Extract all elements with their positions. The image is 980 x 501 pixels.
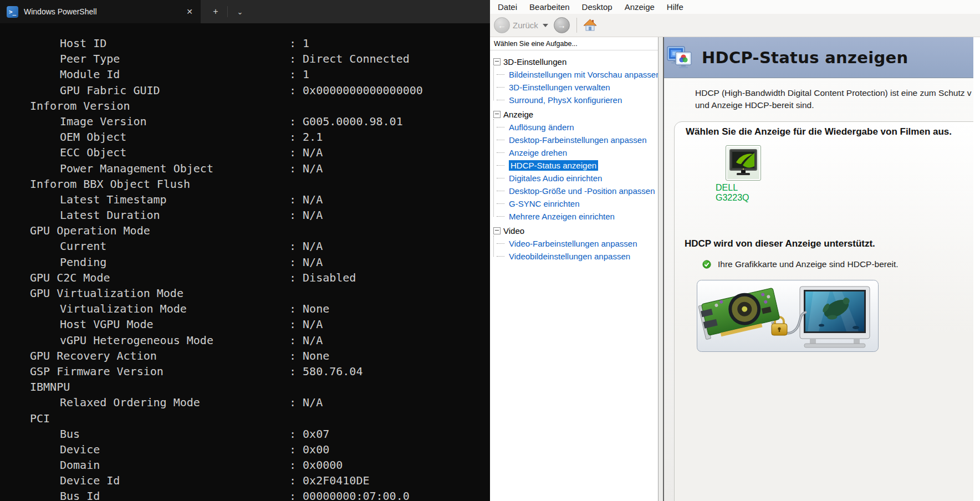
terminal-line: vGPU Heterogeneous Mode: N/A	[0, 334, 490, 349]
tree-item: Digitales Audio einrichten	[497, 172, 658, 185]
collapse-icon[interactable]	[493, 111, 501, 118]
back-history-dropdown-icon[interactable]	[543, 24, 548, 27]
window-edge-strip	[973, 37, 980, 501]
sidebar-item-bildeinstellungen-mit-vorschau-anpassen[interactable]: Bildeinstellungen mit Vorschau anpassen	[509, 70, 659, 79]
tree-root-label: Anzeige	[503, 110, 533, 119]
select-display-heading: Wählen Sie die Anzeige für die Wiedergab…	[686, 126, 952, 137]
home-button[interactable]	[583, 18, 598, 32]
tree-item: Surround, PhysX konfigurieren	[497, 94, 658, 106]
sidebar-item-surround-physx-konfigurieren[interactable]: Surround, PhysX konfigurieren	[509, 95, 622, 105]
toolbar: ← Zurück →	[490, 14, 980, 37]
sidebar-item-videobildeinstellungen-anpassen[interactable]: Videobildeinstellungen anpassen	[509, 252, 630, 261]
status-row: Ihre Grafikkarte und Anzeige sind HDCP-b…	[702, 259, 899, 269]
tree-group-3d-einstellungen: 3D-EinstellungenBildeinstellungen mit Vo…	[493, 55, 658, 106]
terminal-line: Host ID: 1	[0, 37, 490, 52]
terminal-window: >_ Windows PowerShell ✕ + ⌄ Host ID: 1Pe…	[0, 0, 490, 501]
sidebar-item-desktop-farbeinstellungen-anpassen[interactable]: Desktop-Farbeinstellungen anpassen	[509, 135, 647, 145]
tree-item: Auflösung ändern	[497, 121, 658, 134]
panel-splitter[interactable]	[659, 37, 663, 501]
tree-item: Desktop-Farbeinstellungen anpassen	[497, 134, 658, 146]
collapse-icon[interactable]	[493, 227, 501, 234]
description-line: HDCP (High-Bandwidth Digital Content Pro…	[695, 87, 973, 99]
monitor-nvidia-icon	[728, 148, 758, 178]
terminal-line: OEM Object: 2.1	[0, 130, 490, 146]
menu-desktop[interactable]: Desktop	[576, 2, 619, 12]
tree-root-label: 3D-Einstellungen	[503, 57, 566, 67]
sidebar-item-g-sync-einrichten[interactable]: G-SYNC einrichten	[509, 199, 580, 208]
forward-button[interactable]: →	[554, 17, 570, 33]
sidebar-item-hdcp-status-anzeigen[interactable]: HDCP-Status anzeigen	[509, 160, 598, 171]
display-name-label: DELL G3223Q	[716, 183, 771, 203]
tab-bar-divider	[227, 6, 228, 17]
tree-group-anzeige: AnzeigeAuflösung ändernDesktop-Farbeinst…	[493, 108, 658, 223]
sidebar-item-anzeige-drehen[interactable]: Anzeige drehen	[509, 148, 567, 157]
terminal-line: GPU Operation Mode	[0, 224, 490, 239]
menu-hilfe[interactable]: Hilfe	[661, 2, 690, 12]
task-tree: 3D-EinstellungenBildeinstellungen mit Vo…	[490, 50, 658, 263]
terminal-tab-powershell[interactable]: >_ Windows PowerShell ✕	[0, 0, 201, 23]
tree-item: Videobildeinstellungen anpassen	[497, 250, 658, 263]
tree-item: Mehrere Anzeigen einrichten	[497, 210, 658, 223]
menu-anzeige[interactable]: Anzeige	[619, 2, 661, 12]
terminal-line: Power Management Object: N/A	[0, 162, 490, 177]
new-tab-button[interactable]: +	[206, 0, 225, 23]
check-circle-icon	[702, 260, 711, 269]
close-tab-icon[interactable]: ✕	[186, 7, 193, 16]
tree-item: Desktop-Größe und -Position anpassen	[497, 185, 658, 197]
dual-monitors-icon	[666, 45, 695, 70]
window-body: Wählen Sie eine Aufgabe... 3D-Einstellun…	[490, 37, 980, 501]
menu-bearbeiten[interactable]: Bearbeiten	[523, 2, 576, 12]
terminal-line: Image Version: G005.0000.98.01	[0, 115, 490, 130]
task-sidebar: Wählen Sie eine Aufgabe... 3D-Einstellun…	[490, 37, 659, 501]
terminal-line: ECC Object: N/A	[0, 146, 490, 161]
back-button-label: Zurück	[513, 21, 538, 30]
home-house-icon	[583, 18, 598, 32]
tree-item: 3D-Einstellungen verwalten	[497, 81, 658, 94]
terminal-line: GPU C2C Mode: Disabled	[0, 271, 490, 287]
display-select-button[interactable]	[726, 145, 761, 181]
tv-graphic	[800, 287, 870, 347]
terminal-line: Inforom BBX Object Flush	[0, 177, 490, 193]
nvidia-control-panel-window: DateiBearbeitenDesktopAnzeigeHilfe ← Zur…	[490, 0, 980, 501]
sidebar-item-desktop-größe-und-position-anpassen[interactable]: Desktop-Größe und -Position anpassen	[509, 186, 655, 196]
terminal-line: GPU Fabric GUID: 0x0000000000000000	[0, 84, 490, 99]
page-description: HDCP (High-Bandwidth Digital Content Pro…	[695, 87, 973, 111]
tree-item: HDCP-Status anzeigen	[497, 159, 658, 172]
page-title: HDCP-Status anzeigen	[702, 48, 908, 67]
terminal-line: Latest Duration: N/A	[0, 208, 490, 224]
terminal-line: IBMNPU	[0, 380, 490, 396]
content-card: Wählen Sie die Anzeige für die Wiedergab…	[674, 121, 973, 501]
tree-item: G-SYNC einrichten	[497, 197, 658, 210]
page-banner: HDCP-Status anzeigen	[664, 37, 973, 78]
hdcp-ready-text: Ihre Grafikkarte und Anzeige sind HDCP-b…	[718, 259, 899, 269]
tree-group-video: VideoVideo-Farbeinstellungen anpassenVid…	[493, 224, 658, 263]
main-content: HDCP-Status anzeigen HDCP (High-Bandwidt…	[663, 37, 973, 501]
toolbar-separator	[576, 18, 577, 33]
terminal-line: Current: N/A	[0, 239, 490, 255]
terminal-tab-bar: >_ Windows PowerShell ✕ + ⌄	[0, 0, 490, 23]
tree-item: Video-Farbeinstellungen anpassen	[497, 237, 658, 250]
terminal-line: GPU Recovery Action: None	[0, 349, 490, 365]
screen: { "terminal": { "tab_title": "Windows Po…	[0, 0, 980, 501]
back-button[interactable]: ←	[494, 17, 510, 33]
terminal-output[interactable]: Host ID: 1Peer Type: Direct ConnectedMod…	[0, 23, 490, 501]
sidebar-item-digitales-audio-einrichten[interactable]: Digitales Audio einrichten	[509, 173, 602, 183]
sidebar-item-3d-einstellungen-verwalten[interactable]: 3D-Einstellungen verwalten	[509, 83, 610, 92]
tree-root-video[interactable]: Video	[493, 224, 658, 237]
menu-datei[interactable]: Datei	[492, 2, 523, 12]
tree-root-3d-einstellungen[interactable]: 3D-Einstellungen	[493, 55, 658, 68]
powershell-icon: >_	[7, 6, 18, 18]
sidebar-item-video-farbeinstellungen-anpassen[interactable]: Video-Farbeinstellungen anpassen	[509, 239, 637, 248]
sidebar-item-auflösung-ändern[interactable]: Auflösung ändern	[509, 122, 574, 132]
collapse-icon[interactable]	[493, 58, 501, 65]
sidebar-item-mehrere-anzeigen-einrichten[interactable]: Mehrere Anzeigen einrichten	[509, 212, 615, 221]
terminal-line: Peer Type: Direct Connected	[0, 52, 490, 68]
tab-dropdown-button[interactable]: ⌄	[231, 0, 249, 23]
tree-item: Anzeige drehen	[497, 146, 658, 159]
terminal-line: GPU Virtualization Mode	[0, 287, 490, 302]
tree-root-anzeige[interactable]: Anzeige	[493, 108, 658, 121]
terminal-line: Device Id: 0x2F0410DE	[0, 474, 490, 489]
terminal-line: Latest Timestamp: N/A	[0, 193, 490, 208]
terminal-line: Bus: 0x07	[0, 427, 490, 443]
display-tile: DELL G3223Q	[716, 145, 771, 203]
